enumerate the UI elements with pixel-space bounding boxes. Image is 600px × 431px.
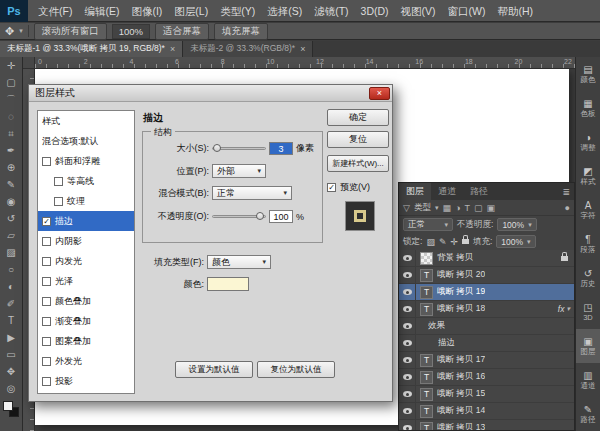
- pattern-overlay-item[interactable]: 图案叠加: [38, 331, 134, 351]
- menu-3d[interactable]: 3D(D): [355, 0, 395, 22]
- visibility-toggle[interactable]: [399, 301, 416, 317]
- checkbox[interactable]: [54, 197, 63, 206]
- menu-file[interactable]: 文件(F): [32, 0, 78, 22]
- blend-mode-select[interactable]: 正常 ▾: [403, 218, 453, 231]
- layer-row-copy-13[interactable]: T 哦断 拷贝 13: [399, 420, 574, 431]
- menu-window[interactable]: 窗口(W): [442, 0, 492, 22]
- zoom-level-input[interactable]: 100%: [112, 24, 150, 39]
- text-layer-thumbnail[interactable]: T: [420, 371, 433, 384]
- hand-tool-icon[interactable]: ✥: [5, 25, 14, 38]
- shape-tool[interactable]: ▭: [0, 346, 23, 363]
- blur-tool[interactable]: ○: [0, 261, 23, 278]
- text-layer-thumbnail[interactable]: T: [420, 269, 433, 282]
- set-default-button[interactable]: 设置为默认值: [175, 361, 253, 378]
- visibility-toggle[interactable]: [399, 267, 416, 283]
- marquee-tool[interactable]: ▢: [0, 74, 23, 91]
- close-icon[interactable]: ×: [369, 87, 390, 100]
- stroke-color-swatch[interactable]: [207, 277, 249, 291]
- menu-type[interactable]: 类型(Y): [214, 0, 261, 22]
- foreground-color-chip[interactable]: [3, 401, 13, 411]
- dodge-tool[interactable]: ◐: [0, 278, 23, 295]
- fx-badge[interactable]: fx ▾: [558, 304, 570, 314]
- quick-selection-tool[interactable]: ◌: [0, 108, 23, 125]
- foreground-background-colors[interactable]: [3, 401, 19, 417]
- drop-shadow-item[interactable]: 投影: [38, 371, 134, 391]
- opacity-slider[interactable]: [212, 211, 266, 222]
- gradient-overlay-item[interactable]: 渐变叠加: [38, 311, 134, 331]
- dock-panel-adjustments[interactable]: ◑ 调整: [576, 125, 600, 159]
- fit-screen-button[interactable]: 适合屏幕: [155, 23, 209, 40]
- zoom-tool[interactable]: ◎: [0, 380, 23, 397]
- visibility-toggle[interactable]: [399, 369, 416, 385]
- filter-adjustment-icon[interactable]: ◑: [455, 203, 460, 213]
- eraser-tool[interactable]: ▱: [0, 227, 23, 244]
- dock-panel-character[interactable]: A 字符: [576, 193, 600, 227]
- reset-default-button[interactable]: 复位为默认值: [257, 361, 335, 378]
- filter-switch-icon[interactable]: ●: [565, 203, 570, 213]
- visibility-toggle[interactable]: [399, 250, 416, 266]
- checkbox[interactable]: [42, 237, 51, 246]
- visibility-toggle[interactable]: [399, 403, 416, 419]
- satin-item[interactable]: 光泽: [38, 271, 134, 291]
- texture-item[interactable]: 纹理: [38, 191, 134, 211]
- checkbox[interactable]: [42, 277, 51, 286]
- opacity-select[interactable]: 100% ▾: [497, 218, 536, 231]
- visibility-toggle[interactable]: [399, 386, 416, 402]
- checkbox[interactable]: [42, 157, 51, 166]
- brush-tool[interactable]: ✎: [0, 176, 23, 193]
- blending-options-item[interactable]: 混合选项:默认: [38, 131, 134, 151]
- dock-panel-paths[interactable]: ✎ 路径: [576, 397, 600, 431]
- tab-channels[interactable]: 通道: [431, 183, 463, 200]
- menu-filter[interactable]: 滤镜(T): [308, 0, 354, 22]
- filter-smart-object-icon[interactable]: ▣: [486, 203, 495, 213]
- close-icon[interactable]: ×: [300, 44, 305, 54]
- menu-image[interactable]: 图像(I): [125, 0, 168, 22]
- document-tab-1[interactable]: 未标题-1 @ 33.3%(哦断 拷贝 19, RGB/8)* ×: [0, 41, 183, 57]
- checkbox[interactable]: [42, 257, 51, 266]
- tab-layers[interactable]: 图层: [399, 183, 431, 200]
- fill-select[interactable]: 100% ▾: [496, 235, 535, 248]
- checkbox-checked[interactable]: ✓: [327, 183, 336, 192]
- dock-panel-styles[interactable]: ◩ 样式: [576, 159, 600, 193]
- crop-tool[interactable]: ⌗: [0, 125, 23, 142]
- dock-panel-paragraph[interactable]: ¶ 段落: [576, 227, 600, 261]
- checkbox[interactable]: [42, 337, 51, 346]
- outer-glow-item[interactable]: 外发光: [38, 351, 134, 371]
- panel-menu-icon[interactable]: ≣: [558, 183, 574, 200]
- menu-view[interactable]: 视图(V): [395, 0, 442, 22]
- move-tool[interactable]: ✛: [0, 57, 23, 74]
- dock-panel-colors[interactable]: ▤ 颜色: [576, 57, 600, 91]
- size-slider[interactable]: [212, 143, 266, 154]
- position-dropdown[interactable]: 外部 ▾: [212, 164, 266, 178]
- visibility-toggle[interactable]: [399, 420, 416, 431]
- dock-panel-history[interactable]: ↺ 历史: [576, 261, 600, 295]
- layer-row-copy-20[interactable]: T 哦断 拷贝 20: [399, 267, 574, 284]
- lock-position-icon[interactable]: ✛: [450, 237, 458, 247]
- healing-brush-tool[interactable]: ⊕: [0, 159, 23, 176]
- checkbox-checked[interactable]: ✓: [42, 217, 51, 226]
- layer-row-copy-17[interactable]: T 哦断 拷贝 17: [399, 352, 574, 369]
- fill-type-dropdown[interactable]: 颜色 ▾: [207, 255, 271, 269]
- dock-panel-3d[interactable]: ◳ 3D: [576, 295, 600, 329]
- blend-mode-dropdown[interactable]: 正常 ▾: [212, 186, 292, 200]
- stroke-effect-row[interactable]: 描边: [399, 335, 574, 352]
- checkbox[interactable]: [54, 177, 63, 186]
- tab-paths[interactable]: 路径: [463, 183, 495, 200]
- clone-stamp-tool[interactable]: ◉: [0, 193, 23, 210]
- path-selection-tool[interactable]: ▶: [0, 329, 23, 346]
- size-value-input[interactable]: 3: [269, 142, 293, 155]
- slider-thumb[interactable]: [213, 144, 221, 152]
- layer-row-background-copy[interactable]: 背景 拷贝: [399, 250, 574, 267]
- text-layer-thumbnail[interactable]: T: [420, 286, 433, 299]
- chevron-down-icon[interactable]: ▾: [435, 204, 439, 212]
- layer-row-copy-15[interactable]: T 哦断 拷贝 15: [399, 386, 574, 403]
- checkbox[interactable]: [42, 377, 51, 386]
- inner-shadow-item[interactable]: 内阴影: [38, 231, 134, 251]
- document-tab-2[interactable]: 未标题-2 @ 33.3%(RGB/8)* ×: [183, 41, 313, 57]
- text-layer-thumbnail[interactable]: T: [420, 422, 433, 431]
- filter-type-label[interactable]: 类型: [414, 202, 431, 214]
- dock-panel-swatches[interactable]: ▦ 色板: [576, 91, 600, 125]
- gradient-tool[interactable]: ▨: [0, 244, 23, 261]
- hand-tool[interactable]: ✥: [0, 363, 23, 380]
- layer-thumbnail[interactable]: [420, 252, 433, 265]
